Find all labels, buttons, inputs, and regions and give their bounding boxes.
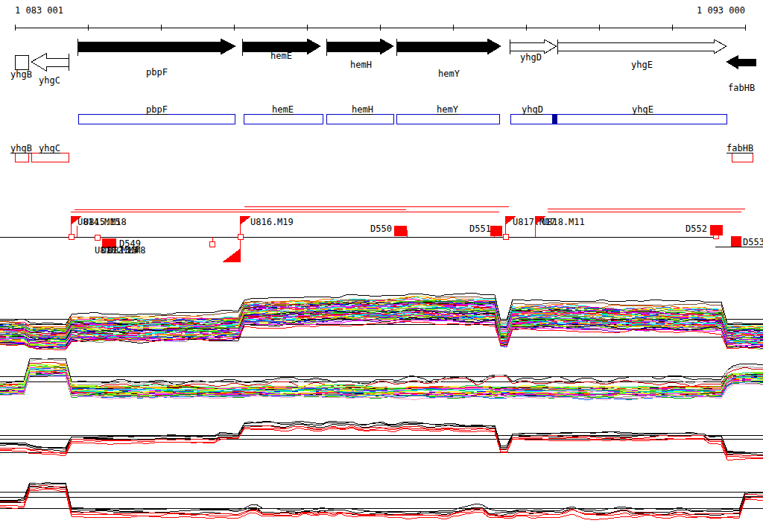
gene-label-yhgD[interactable]: yhgD [520,52,542,63]
marker-open-square[interactable] [95,235,100,240]
expression-trace [0,426,763,457]
gene-label-yhgC[interactable]: yhgC [39,75,60,86]
gene-arrow-yhgC[interactable] [31,54,69,71]
orf-label-yhgE[interactable]: yhgE [632,104,653,115]
marker-box[interactable] [490,226,502,236]
red-track-label-yhgC[interactable]: yhgC [39,143,60,153]
profile-panel-3 [0,421,763,460]
orf-box-hemY[interactable] [396,114,499,124]
orf-label-hemH[interactable]: hemH [352,104,373,115]
red-box-fabHB[interactable] [732,153,753,162]
expression-trace [0,487,763,516]
red-box-yhgB[interactable] [15,153,28,162]
expression-trace [0,428,763,460]
marker-box[interactable] [394,226,407,236]
gene-label-hemE[interactable]: hemE [270,51,292,61]
marker-label-U815.M18[interactable]: U815.M18 [83,217,127,227]
red-track-label-yhgB[interactable]: yhgB [10,143,32,153]
marker-open-square[interactable] [238,234,243,239]
gene-arrow-fabHB[interactable] [726,56,756,69]
marker-open-square[interactable] [209,241,215,247]
orf-label-yhgD[interactable]: yhgD [522,104,543,115]
red-track-label-fabHB[interactable]: fabHB [726,143,753,153]
expression-trace [0,485,763,516]
ruler [15,25,745,31]
gene-arrow-pbpF[interactable] [77,39,235,54]
marker-flag[interactable] [240,216,251,225]
marker-flag-down[interactable] [222,249,240,262]
marker-label-D551[interactable]: D551 [469,224,491,234]
marker-box[interactable] [731,236,741,247]
marker-label-D553[interactable]: D553 [743,237,763,247]
genome-map-canvas: yhgByhgCpbpFhemEhemHhemYyhgDyhgEfabHBpbp… [0,0,763,532]
orf-box-yhgD-yhgE[interactable] [510,114,726,124]
expression-trace [0,484,763,513]
orf-filled-segment[interactable] [552,114,557,124]
red-box-track: yhgByhgCfabHB [10,143,753,162]
marker-open-square[interactable] [69,234,74,239]
gene-arrow-yhgB[interactable] [15,55,28,69]
gene-label-yhgE[interactable]: yhgE [631,60,653,70]
expression-trace [0,421,763,453]
marker-label-U816.M19[interactable]: U816.M19 [250,217,294,227]
marker-label-D552[interactable]: D552 [686,224,707,234]
orf-label-hemE[interactable]: hemE [272,104,294,115]
orf-box-hemE[interactable] [244,114,323,124]
marker-open-square[interactable] [503,234,508,239]
gene-label-hemY[interactable]: hemY [438,69,460,79]
orf-box-hemH[interactable] [326,114,393,124]
gene-label-fabHB[interactable]: fabHB [728,83,755,93]
marker-label-U818.M11[interactable]: U818.M11 [542,217,585,227]
gene-arrow-yhgE[interactable] [557,39,726,54]
genome-browser-view: 1 083 001 1 093 000 yhgByhgCpbpFhemEhemH… [0,0,763,532]
marker-box[interactable] [710,225,723,235]
orf-box-track: pbpFhemEhemHhemYyhgDyhgE [78,104,726,124]
gene-label-hemH[interactable]: hemH [350,60,372,70]
expression-trace [0,489,763,520]
gene-arrow-hemY[interactable] [396,39,501,54]
expression-trace [0,359,763,386]
gene-arrow-hemH[interactable] [326,39,393,54]
orf-box-pbpF[interactable] [78,114,235,124]
gene-label-yhgB[interactable]: yhgB [10,69,32,80]
profile-panel-4 [0,482,763,520]
gene-label-pbpF[interactable]: pbpF [146,67,168,77]
probe-marker-track: U814.M15U815.M18U816.M19D550D551U817.M17… [0,206,763,262]
expression-trace [0,421,763,453]
gene-arrow-track: yhgByhgCpbpFhemEhemHhemYyhgDyhgEfabHB [10,39,756,93]
profile-panel-2 [0,358,763,399]
expression-trace [0,366,763,389]
marker-label-D550[interactable]: D550 [370,224,392,234]
profile-panel-1 [0,293,763,350]
orf-label-pbpF[interactable]: pbpF [146,104,168,115]
red-box-yhgC[interactable] [31,153,69,162]
expression-trace [0,362,763,389]
orf-label-hemY[interactable]: hemY [437,104,459,115]
marker-label-U813.M8[interactable]: U813.M8 [108,245,146,256]
